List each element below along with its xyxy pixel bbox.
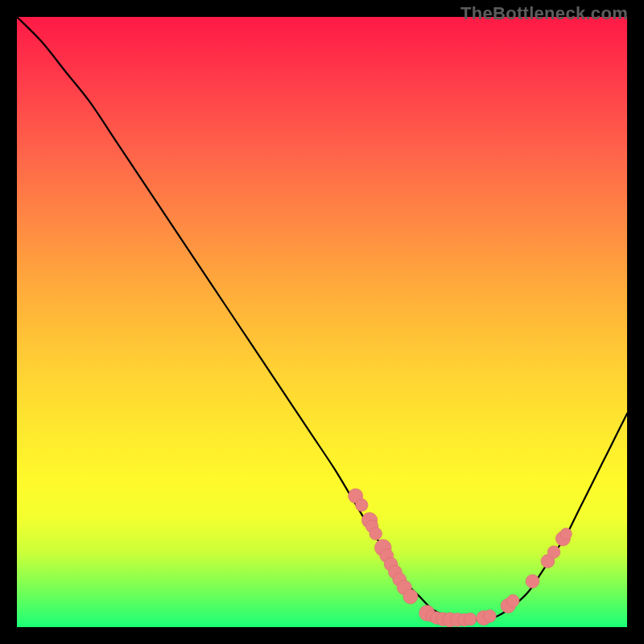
curve-layer (17, 17, 627, 627)
data-marker (403, 589, 418, 604)
chart-frame: TheBottleneck.com (0, 0, 644, 644)
data-markers (349, 489, 572, 627)
data-marker (369, 527, 382, 540)
data-marker (506, 595, 519, 608)
plot-area (17, 17, 627, 627)
watermark-text: TheBottleneck.com (460, 3, 628, 24)
data-marker (526, 575, 539, 588)
data-marker (355, 499, 368, 512)
data-marker (547, 546, 560, 559)
data-marker (560, 528, 572, 539)
data-marker (484, 610, 497, 623)
bottleneck-curve (17, 17, 627, 620)
data-marker (464, 613, 477, 625)
